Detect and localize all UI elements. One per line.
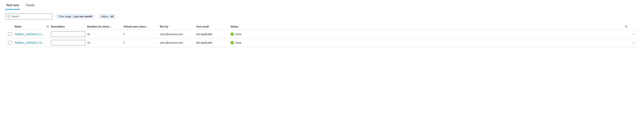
- search-input[interactable]: [11, 15, 51, 18]
- cell-virtual-users: 3: [124, 33, 160, 36]
- status-badge: Done: [230, 33, 241, 36]
- tab-trends[interactable]: Trends: [25, 2, 35, 9]
- svg-point-0: [8, 15, 9, 17]
- table-row: TestRun_11/8/2023_7:5… 10 3 user1@contos…: [6, 39, 638, 47]
- test-run-name-link[interactable]: TestRun_11/8/2023_9:1…: [14, 33, 44, 36]
- cell-test-result: Not Applicable: [196, 33, 230, 36]
- column-header-status-label: Status: [230, 25, 238, 28]
- table-header: Name Description Duration (in minut… Vir…: [6, 23, 638, 30]
- tab-test-runs[interactable]: Test runs: [6, 2, 20, 9]
- column-header-name-label: Name: [14, 25, 22, 28]
- check-circle-icon: [230, 33, 234, 36]
- column-header-name[interactable]: Name: [14, 25, 51, 28]
- row-checkbox[interactable]: [8, 32, 12, 36]
- test-runs-table: Name Description Duration (in minut… Vir…: [6, 23, 638, 47]
- cell-run-by: user1@contoso.com: [160, 41, 196, 44]
- filter-value: All: [110, 15, 114, 18]
- svg-line-1: [9, 17, 10, 18]
- cell-duration: 10: [87, 41, 124, 44]
- more-actions-button[interactable]: ⋯: [632, 32, 636, 36]
- sort-icon[interactable]: [625, 25, 628, 28]
- column-header-run-by[interactable]: Run by: [160, 25, 196, 28]
- cell-run-by: user1@contoso.com: [160, 33, 196, 36]
- column-header-duration[interactable]: Duration (in minut…: [87, 25, 124, 28]
- toolbar: Time range : Last one month Status : All: [6, 13, 638, 19]
- status-text: Done: [235, 41, 241, 44]
- filter-label: Time range :: [58, 15, 72, 18]
- description-input[interactable]: [51, 31, 85, 37]
- search-icon: [7, 15, 10, 18]
- status-badge: Done: [230, 41, 241, 44]
- svg-point-3: [230, 41, 234, 44]
- filter-time-range[interactable]: Time range : Last one month: [56, 14, 95, 19]
- column-header-status[interactable]: Status: [230, 25, 630, 28]
- test-run-name-link[interactable]: TestRun_11/8/2023_7:5…: [14, 41, 44, 44]
- cell-duration: 10: [87, 33, 124, 36]
- tabs-bar: Test runs Trends: [6, 2, 638, 10]
- column-header-test-result[interactable]: Test result: [196, 25, 230, 28]
- more-actions-button[interactable]: ⋯: [632, 41, 636, 45]
- svg-point-2: [230, 33, 234, 36]
- filter-label: Status :: [101, 15, 110, 18]
- check-circle-icon: [230, 41, 234, 44]
- cell-virtual-users: 3: [124, 41, 160, 44]
- cell-test-result: Not Applicable: [196, 41, 230, 44]
- row-checkbox[interactable]: [8, 41, 12, 45]
- column-header-description[interactable]: Description: [51, 25, 87, 28]
- description-input[interactable]: [51, 40, 85, 45]
- sort-icon[interactable]: [46, 25, 49, 28]
- status-text: Done: [235, 33, 241, 36]
- table-row: TestRun_11/8/2023_9:1… 10 3 user1@contos…: [6, 30, 638, 39]
- filter-value: Last one month: [73, 15, 92, 18]
- column-header-virtual-users[interactable]: Virtual users (aver…: [124, 25, 160, 28]
- search-box[interactable]: [6, 13, 53, 19]
- filter-status[interactable]: Status : All: [98, 14, 116, 19]
